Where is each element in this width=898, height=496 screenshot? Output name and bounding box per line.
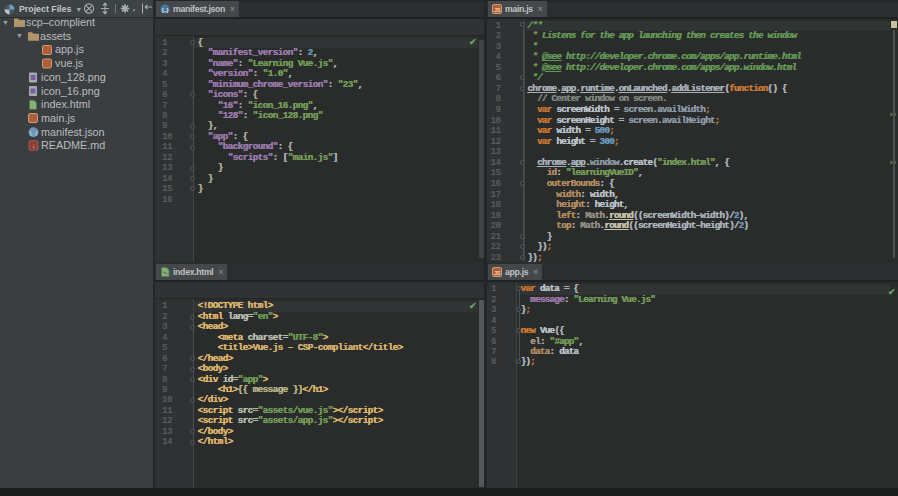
svg-text:JS: JS	[494, 270, 501, 276]
svg-text:↓: ↓	[32, 142, 35, 149]
svg-text:{..}: {..}	[30, 130, 37, 136]
svg-text:{..}: {..}	[162, 7, 170, 13]
svg-text:JS: JS	[494, 7, 501, 13]
